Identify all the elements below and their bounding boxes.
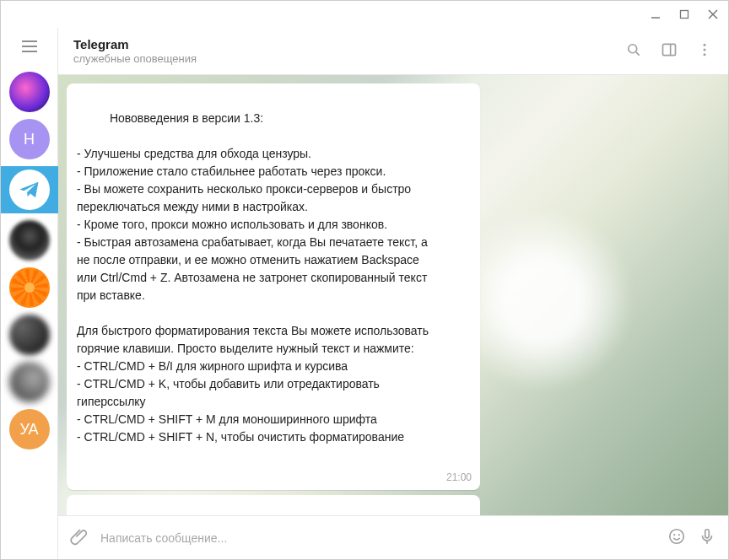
message-bubble[interactable]: Нововведения в версии 1.3.9: - Теперь Вы… xyxy=(67,495,480,515)
svg-point-7 xyxy=(629,44,637,52)
microphone-icon xyxy=(698,527,716,546)
hamburger-icon xyxy=(19,36,40,57)
svg-point-14 xyxy=(670,529,684,543)
message-input[interactable] xyxy=(100,531,656,545)
search-button[interactable] xyxy=(625,41,642,62)
svg-rect-1 xyxy=(681,11,688,19)
chat-avatar-1[interactable]: Н xyxy=(9,119,50,159)
avatar-letter: УА xyxy=(19,421,38,439)
chat-avatar-5[interactable] xyxy=(9,315,50,355)
composer xyxy=(58,515,728,559)
message-time: 21:00 xyxy=(446,470,472,485)
svg-point-13 xyxy=(704,53,706,56)
message-bubble[interactable]: Нововведения в версии 1.3: - Улучшены ср… xyxy=(67,83,480,490)
svg-point-15 xyxy=(673,534,675,536)
app-window: Н УА Telegram служебные оповещения xyxy=(0,0,729,560)
telegram-icon xyxy=(18,178,41,202)
chat-avatar-6[interactable] xyxy=(9,362,50,402)
svg-point-16 xyxy=(678,534,680,536)
chat-avatar-7[interactable]: УА xyxy=(9,409,50,450)
panel-icon xyxy=(661,41,678,58)
chat-header: Telegram служебные оповещения xyxy=(58,28,728,75)
sidebar: Н УА xyxy=(1,28,58,559)
chat-subtitle: служебные оповещения xyxy=(73,52,197,65)
chat-title: Telegram xyxy=(73,37,197,51)
svg-point-12 xyxy=(704,48,706,51)
header-actions xyxy=(625,41,713,62)
side-panel-button[interactable] xyxy=(661,41,678,62)
menu-button[interactable] xyxy=(19,36,40,57)
chat-avatar-3[interactable] xyxy=(9,220,50,261)
chat-area[interactable]: Нововведения в версии 1.3: - Улучшены ср… xyxy=(58,75,728,515)
chat-avatar-4[interactable] xyxy=(9,267,50,308)
maximize-button[interactable] xyxy=(678,8,691,21)
attach-button[interactable] xyxy=(70,527,89,549)
svg-point-11 xyxy=(704,43,706,46)
svg-rect-9 xyxy=(663,44,676,55)
paperclip-icon xyxy=(70,527,89,546)
main-pane: Telegram служебные оповещения xyxy=(58,28,728,559)
svg-rect-17 xyxy=(705,529,710,537)
message-text: Нововведения в версии 1.3: - Улучшены ср… xyxy=(77,111,432,444)
voice-button[interactable] xyxy=(698,527,716,549)
minimize-button[interactable] xyxy=(649,8,662,21)
more-button[interactable] xyxy=(696,41,713,62)
avatar-letter: Н xyxy=(24,131,35,148)
app-body: Н УА Telegram служебные оповещения xyxy=(1,28,728,559)
close-button[interactable] xyxy=(706,8,720,21)
chat-avatar-0[interactable] xyxy=(9,72,50,112)
chat-header-titles[interactable]: Telegram служебные оповещения xyxy=(73,37,197,65)
chat-avatar-telegram[interactable] xyxy=(1,166,58,213)
emoji-button[interactable] xyxy=(667,527,686,549)
smile-icon xyxy=(667,527,686,546)
kebab-icon xyxy=(696,41,713,58)
search-icon xyxy=(625,41,642,58)
svg-line-8 xyxy=(636,51,640,55)
window-titlebar xyxy=(1,1,728,28)
avatar-circle xyxy=(9,170,50,210)
